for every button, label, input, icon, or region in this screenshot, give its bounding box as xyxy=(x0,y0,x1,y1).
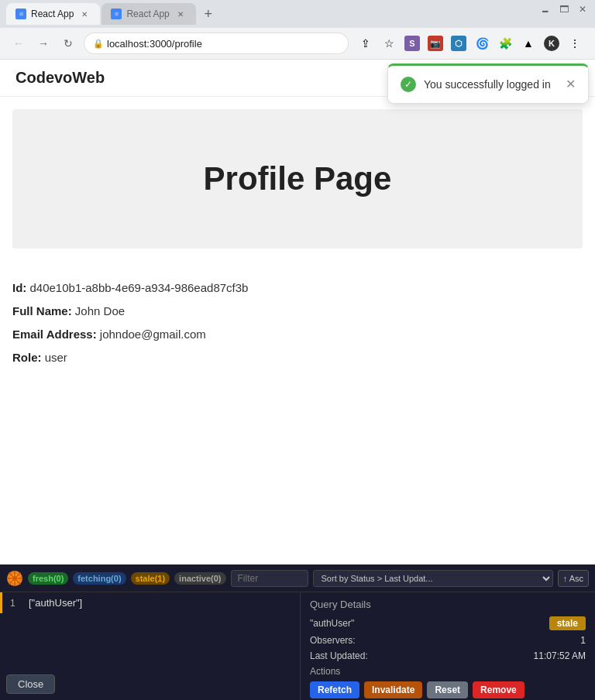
profile-id-field: Id: d40e10b1-a8bb-4e69-a934-986ead87cf3b xyxy=(12,276,583,300)
reset-button[interactable]: Reset xyxy=(427,681,468,698)
close-button[interactable]: ✕ xyxy=(576,3,589,15)
last-updated-value: 11:07:52 AM xyxy=(534,650,586,661)
id-value: d40e10b1-a8bb-4e69-a934-986ead87cf3b xyxy=(30,281,249,294)
observers-value: 1 xyxy=(580,635,586,646)
ext-icon-6[interactable]: K xyxy=(541,33,562,54)
tab-close-2[interactable]: ✕ xyxy=(174,8,187,20)
ext-badge-3: ⬡ xyxy=(451,36,466,51)
devtools-close-button[interactable]: Close xyxy=(6,674,55,694)
details-observers-row: Observers: 1 xyxy=(310,635,586,646)
profile-info: Id: d40e10b1-a8bb-4e69-a934-986ead87cf3b… xyxy=(0,261,595,385)
devtools-panel: fresh(0) fetching(0) stale(1) inactive(0… xyxy=(0,564,595,700)
ext-icon-5[interactable]: ▲ xyxy=(518,33,539,54)
asc-button[interactable]: ↑ Asc xyxy=(558,570,589,587)
devtools-sort-select[interactable]: Sort by Status > Last Updat... xyxy=(313,570,553,587)
maximize-button[interactable]: 🗖 xyxy=(558,3,570,15)
window-controls: 🗕 🗖 ✕ xyxy=(539,3,589,15)
star-icon[interactable]: ☆ xyxy=(378,33,400,54)
fullname-value: John Doe xyxy=(75,304,125,317)
devtools-filter-input[interactable] xyxy=(231,570,308,587)
ext-icon-4[interactable]: 🌀 xyxy=(471,33,493,54)
app-content: CodevoWeb Profile Page Id: d40e10b1-a8bb… xyxy=(0,60,595,565)
email-value: johndoe@gmail.com xyxy=(100,328,206,341)
remove-button[interactable]: Remove xyxy=(473,681,524,698)
id-label: Id: xyxy=(12,281,26,294)
refetch-button[interactable]: Refetch xyxy=(310,681,359,698)
details-status-badge: stale xyxy=(549,616,586,630)
address-text: localhost:3000/profile xyxy=(107,38,202,50)
tab-close-1[interactable]: ✕ xyxy=(78,8,91,20)
role-value: user xyxy=(45,351,67,364)
query-number: 1 xyxy=(10,598,22,609)
ext-badge-2: 📷 xyxy=(428,36,443,51)
tab-label-1: React App xyxy=(31,9,74,19)
back-button[interactable]: ← xyxy=(9,34,28,53)
tab-favicon-2: ⚛ xyxy=(111,9,122,19)
profile-fullname-field: Full Name: John Doe xyxy=(12,300,583,323)
actions-label: Actions xyxy=(310,666,586,677)
tab-active[interactable]: ⚛ React App ✕ xyxy=(6,3,100,25)
forward-button[interactable]: → xyxy=(34,34,53,53)
tab-favicon-1: ⚛ xyxy=(15,9,26,19)
ext-icon-1[interactable]: S xyxy=(401,33,423,54)
toolbar-icons: ⇪ ☆ S 📷 ⬡ 🌀 🧩 ▲ K ⋮ xyxy=(355,33,586,54)
share-icon[interactable]: ⇪ xyxy=(355,33,377,54)
reload-button[interactable]: ↻ xyxy=(59,34,77,53)
page-title: Profile Page xyxy=(204,160,392,197)
badge-fresh[interactable]: fresh(0) xyxy=(28,572,68,585)
browser-chrome: ⚛ React App ✕ ⚛ React App ✕ + 🗕 🗖 ✕ ← → … xyxy=(0,0,595,60)
devtools-right-panel: Query Details "authUser" stale Observers… xyxy=(301,592,595,700)
hero-section: Profile Page xyxy=(12,109,583,249)
toast-close-button[interactable]: ✕ xyxy=(566,78,576,91)
details-query-row: "authUser" stale xyxy=(310,616,586,630)
toast-success-icon: ✓ xyxy=(401,77,416,92)
invalidate-button[interactable]: Invalidate xyxy=(364,681,422,698)
tab-inactive[interactable]: ⚛ React App ✕ xyxy=(101,3,195,25)
query-item[interactable]: 1 ["authUser"] xyxy=(0,592,300,613)
observers-label: Observers: xyxy=(310,635,356,646)
details-last-updated-row: Last Updated: 11:07:52 AM xyxy=(310,650,586,661)
extensions-button[interactable]: 🧩 xyxy=(494,33,516,54)
profile-role-field: Role: user xyxy=(12,346,583,369)
address-bar: ← → ↻ 🔒 localhost:3000/profile ⇪ ☆ S 📷 ⬡… xyxy=(0,28,595,59)
role-label: Role: xyxy=(12,351,42,364)
badge-inactive[interactable]: inactive(0) xyxy=(174,572,225,585)
devtools-logo-icon xyxy=(6,570,23,587)
tab-label-2: React App xyxy=(126,9,169,19)
new-tab-button[interactable]: + xyxy=(198,3,219,25)
ext-icon-3[interactable]: ⬡ xyxy=(448,33,469,54)
action-buttons: Refetch Invalidate Reset Remove xyxy=(310,681,586,698)
profile-email-field: Email Address: johndoe@gmail.com xyxy=(12,323,583,346)
query-name: ["authUser"] xyxy=(29,597,82,609)
badge-fetching[interactable]: fetching(0) xyxy=(73,572,126,585)
devtools-body: 1 ["authUser"] Query Details "authUser" … xyxy=(0,592,595,700)
toast-notification: ✓ You successfully logged in ✕ xyxy=(387,63,589,104)
details-query-key: "authUser" xyxy=(310,618,354,629)
devtools-top-bar: fresh(0) fetching(0) stale(1) inactive(0… xyxy=(0,564,595,592)
details-title: Query Details xyxy=(310,599,586,610)
minimize-button[interactable]: 🗕 xyxy=(539,3,552,15)
last-updated-label: Last Updated: xyxy=(310,650,368,661)
tab-bar: ⚛ React App ✕ ⚛ React App ✕ + 🗕 🗖 ✕ xyxy=(0,0,595,28)
badge-stale[interactable]: stale(1) xyxy=(131,572,170,585)
toast-message: You successfully logged in xyxy=(424,78,558,91)
address-input[interactable]: 🔒 localhost:3000/profile xyxy=(84,33,349,54)
menu-button[interactable]: ⋮ xyxy=(564,33,586,54)
lock-icon: 🔒 xyxy=(93,39,104,49)
ext-badge-6: K xyxy=(544,36,559,51)
app-logo: CodevoWeb xyxy=(15,69,105,86)
email-label: Email Address: xyxy=(12,328,97,341)
ext-badge-1: S xyxy=(404,36,420,51)
ext-icon-2[interactable]: 📷 xyxy=(425,33,446,54)
fullname-label: Full Name: xyxy=(12,304,72,317)
